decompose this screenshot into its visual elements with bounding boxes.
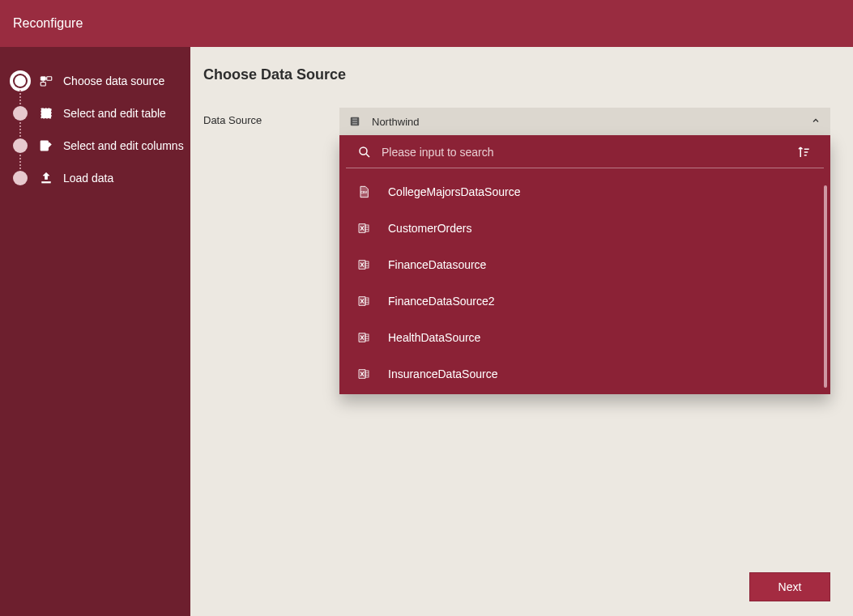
svg-point-7 <box>360 147 367 155</box>
svg-rect-2 <box>41 83 45 87</box>
excel-file-icon <box>357 367 373 380</box>
csv-file-icon: CSV <box>357 185 373 198</box>
table-select-icon <box>37 106 55 121</box>
svg-rect-0 <box>41 77 45 81</box>
data-source-option[interactable]: FinanceDataSource2 <box>339 283 830 319</box>
data-source-option[interactable]: HealthDataSource <box>339 319 830 355</box>
app-title: Reconfigure <box>13 16 83 31</box>
svg-rect-12 <box>365 261 369 268</box>
option-label: FinanceDataSource2 <box>388 295 495 308</box>
data-source-select[interactable]: Northwind <box>339 108 830 135</box>
page-title: Choose Data Source <box>203 66 830 83</box>
next-button[interactable]: Next <box>749 572 830 601</box>
app-header: Reconfigure <box>0 0 853 47</box>
excel-file-icon <box>357 258 373 271</box>
step-choose-data-source[interactable]: Choose data source <box>0 65 190 97</box>
svg-rect-10 <box>365 225 369 232</box>
svg-rect-5 <box>42 182 51 184</box>
svg-rect-3 <box>41 108 51 118</box>
dropdown-search-input[interactable] <box>382 146 788 159</box>
step-label: Load data <box>63 172 113 185</box>
wizard-footer: Next <box>203 572 830 601</box>
option-label: FinanceDatasource <box>388 258 486 271</box>
data-source-select-wrap: Northwind <box>339 108 830 394</box>
step-indicator <box>11 104 29 122</box>
dropdown-options-list: CSV CollegeMajorsDataSource CustomerOrde… <box>339 168 830 394</box>
step-select-edit-columns[interactable]: Select and edit columns <box>0 130 190 162</box>
step-indicator <box>11 169 29 187</box>
step-load-data[interactable]: Load data <box>0 162 190 194</box>
step-label: Select and edit table <box>63 107 166 120</box>
sort-icon[interactable] <box>796 145 812 159</box>
database-icon <box>349 116 364 127</box>
data-source-option[interactable]: CustomerOrders <box>339 210 830 246</box>
step-label: Choose data source <box>63 74 164 87</box>
data-source-dropdown: CSV CollegeMajorsDataSource CustomerOrde… <box>339 135 830 394</box>
data-source-field: Data Source Northwind <box>203 108 830 394</box>
excel-file-icon <box>357 295 373 308</box>
wizard-steps-sidebar: Choose data source Select and edit table… <box>0 47 190 616</box>
option-label: InsuranceDataSource <box>388 367 497 380</box>
main-area: Choose data source Select and edit table… <box>0 47 853 616</box>
svg-rect-14 <box>365 298 369 304</box>
content-pane: Choose Data Source Data Source Northwind <box>190 47 853 616</box>
svg-rect-16 <box>365 334 369 341</box>
upload-icon <box>37 171 55 185</box>
columns-edit-icon <box>37 138 55 153</box>
excel-file-icon <box>357 331 373 344</box>
chevron-up-icon <box>811 116 821 128</box>
step-indicator <box>11 72 29 90</box>
selected-data-source-value: Northwind <box>372 116 420 128</box>
data-source-label: Data Source <box>203 108 339 126</box>
svg-rect-1 <box>47 77 52 81</box>
data-source-option[interactable]: FinanceDatasource <box>339 246 830 283</box>
data-source-option[interactable]: CSV CollegeMajorsDataSource <box>339 173 830 210</box>
step-indicator <box>11 137 29 155</box>
svg-rect-18 <box>365 371 369 377</box>
option-label: CustomerOrders <box>388 222 471 235</box>
step-label: Select and edit columns <box>63 139 184 152</box>
search-icon <box>357 145 373 159</box>
data-source-option[interactable]: InsuranceDataSource <box>339 355 830 392</box>
dropdown-search-row <box>346 135 824 168</box>
option-label: CollegeMajorsDataSource <box>388 185 520 198</box>
data-source-icon <box>37 74 55 88</box>
option-label: HealthDataSource <box>388 331 480 344</box>
svg-text:CSV: CSV <box>360 190 368 194</box>
excel-file-icon <box>357 222 373 235</box>
step-select-edit-table[interactable]: Select and edit table <box>0 97 190 130</box>
